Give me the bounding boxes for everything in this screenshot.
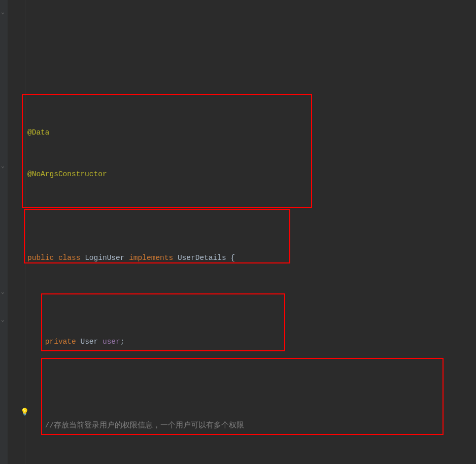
code-line: [25, 210, 476, 224]
fold-gutter: ⌄ ⌄ ⌄ ⌄: [0, 0, 8, 464]
fold-marker[interactable]: ⌄: [1, 313, 5, 327]
code-line: @NoArgsConstructor: [25, 168, 476, 182]
fold-marker[interactable]: ⌄: [1, 159, 5, 174]
code-line: @Data: [25, 126, 476, 140]
fold-marker[interactable]: ⌄: [1, 285, 5, 300]
code-line: [25, 377, 476, 391]
fold-marker[interactable]: ⌄: [1, 6, 5, 20]
code-area[interactable]: @Data @NoArgsConstructor public class Lo…: [25, 0, 476, 464]
code-line: public class LoginUser implements UserDe…: [25, 251, 476, 266]
code-line: [25, 293, 476, 308]
code-line: private List<String> permissions;: [25, 461, 476, 465]
code-line: private User user;: [25, 335, 476, 349]
highlight-box-1: [22, 94, 312, 208]
code-line: //存放当前登录用户的权限信息，一个用户可以有多个权限: [25, 419, 476, 433]
code-editor[interactable]: ⌄ ⌄ ⌄ ⌄ 💡 @Data @NoArgsConstructor publi…: [0, 0, 476, 464]
annotation-gutter: 💡: [8, 0, 25, 464]
